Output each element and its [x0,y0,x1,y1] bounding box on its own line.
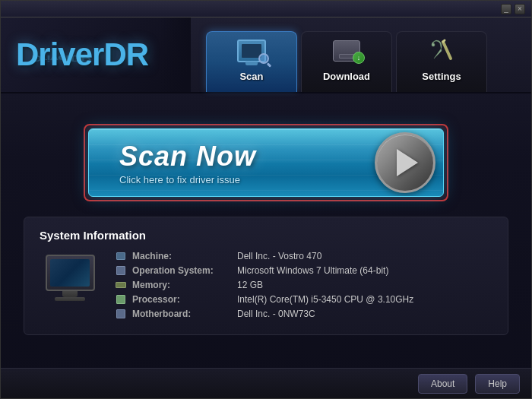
monitor-screen-3d [50,259,90,287]
sys-row-processor: Processor: Intel(R) Core(TM) i5-3450 CPU… [116,294,492,305]
logo-reflection: DriverDR [31,54,91,63]
wrench-icon [428,37,455,65]
monitor-3d-icon [46,255,95,301]
help-label: Help [488,378,507,389]
svg-line-1 [443,40,445,42]
arrow-chevron-icon [397,149,418,176]
sys-row-memory: Memory: 12 GB [116,280,492,290]
about-label: About [431,378,454,389]
title-bar: _ × [1,1,531,17]
svg-line-0 [443,42,451,59]
monitor-base [55,297,85,301]
tab-settings[interactable]: Settings [396,31,487,92]
scan-tab-label: Scan [239,71,263,82]
title-bar-controls: _ × [501,4,525,14]
system-info-content: Machine: Dell Inc. - Vostro 470 Operatio… [40,251,492,323]
minimize-button[interactable]: _ [501,4,511,14]
close-icon: × [518,5,522,13]
tab-download[interactable]: ↓ Download [301,31,392,92]
os-icon [116,265,126,276]
scan-magnifier-icon [258,53,269,64]
hdd-connector [339,54,354,59]
monitor-body [46,255,95,291]
monitor-stand [62,291,78,297]
sys-info-table: Machine: Dell Inc. - Vostro 470 Operatio… [116,251,492,323]
tab-scan[interactable]: Scan [206,31,297,92]
about-button[interactable]: About [418,374,467,394]
scan-button-container: Scan Now Click here to fix driver issue [84,124,448,201]
monitor-small-icon [116,252,125,260]
machine-icon [116,251,126,261]
memory-label: Memory: [132,280,231,290]
settings-tab-label: Settings [422,71,461,82]
processor-icon [116,294,126,305]
sys-row-machine: Machine: Dell Inc. - Vostro 470 [116,251,492,261]
download-tab-label: Download [323,71,370,82]
motherboard-value: Dell Inc. - 0NW73C [237,309,315,319]
mb-icon-box [116,309,125,318]
machine-label: Machine: [132,251,231,261]
settings-tab-icon [426,36,457,66]
help-button[interactable]: Help [475,374,520,394]
header: DriverDR DriverDR Scan [1,17,531,93]
os-value: Microsoft Windows 7 Ultimate (64-bit) [237,265,388,276]
processor-label: Processor: [132,294,231,305]
monitor-image [40,251,100,304]
motherboard-icon [116,309,126,319]
scan-now-button[interactable]: Scan Now Click here to fix driver issue [88,128,444,197]
memory-value: 12 GB [237,280,263,290]
scan-tab-icon [236,36,267,66]
mem-icon-box [116,282,126,288]
cpu-icon-box [116,295,125,304]
minimize-icon: _ [504,5,508,13]
motherboard-label: Motherboard: [132,309,231,319]
logo-area: DriverDR DriverDR [1,17,191,92]
memory-icon [116,280,126,290]
settings-icon-wrap [428,37,455,65]
footer: About Help [1,368,531,398]
machine-value: Dell Inc. - Vostro 470 [237,251,321,261]
sys-row-motherboard: Motherboard: Dell Inc. - 0NW73C [116,309,492,319]
download-tab-icon: ↓ [331,36,362,66]
scan-arrow-button[interactable] [375,132,435,193]
download-arrow-icon: ↓ [353,52,365,64]
os-icon-box [116,266,125,275]
system-info-panel: System Information [24,217,508,335]
processor-value: Intel(R) Core(TM) i5-3450 CPU @ 3.10GHz [237,294,413,305]
line-4 [89,190,443,191]
sys-row-os: Operation System: Microsoft Windows 7 Ul… [116,265,492,276]
nav-tabs: Scan ↓ Download [191,17,531,92]
main-content: Scan Now Click here to fix driver issue … [1,93,531,350]
main-window: _ × DriverDR DriverDR [0,0,532,399]
close-button[interactable]: × [515,4,525,14]
download-icon-wrap: ↓ [333,40,360,62]
os-label: Operation System: [132,265,231,276]
system-info-title: System Information [40,229,492,242]
